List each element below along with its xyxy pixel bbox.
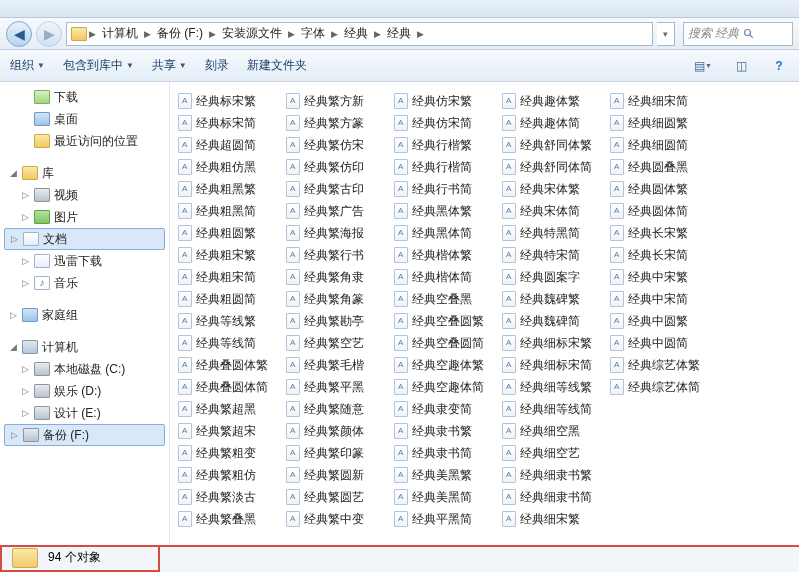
file-item[interactable]: 经典繁颜体 [284, 420, 392, 442]
file-item[interactable]: 经典标宋简 [176, 112, 284, 134]
file-item[interactable]: 经典楷体繁 [392, 244, 500, 266]
file-item[interactable]: 经典繁超宋 [176, 420, 284, 442]
sidebar-documents[interactable]: ▷文档 [4, 228, 165, 250]
file-item[interactable]: 经典粗圆繁 [176, 222, 284, 244]
file-item[interactable]: 经典中宋简 [608, 288, 716, 310]
file-item[interactable]: 经典宋体简 [500, 200, 608, 222]
file-item[interactable]: 经典繁淡古 [176, 486, 284, 508]
file-item[interactable]: 经典仿宋繁 [392, 90, 500, 112]
file-item[interactable]: 经典平黑简 [392, 508, 500, 530]
file-item[interactable]: 经典细圆简 [608, 134, 716, 156]
file-item[interactable]: 经典繁仿印 [284, 156, 392, 178]
file-item[interactable]: 经典粗宋繁 [176, 244, 284, 266]
file-item[interactable]: 经典繁方新 [284, 90, 392, 112]
breadcrumb-segment[interactable]: 安装源文件 [218, 25, 286, 42]
file-item[interactable]: 经典叠圆体繁 [176, 354, 284, 376]
preview-pane-icon[interactable]: ◫ [731, 56, 751, 76]
file-item[interactable]: 经典繁行书 [284, 244, 392, 266]
sidebar-music[interactable]: ▷♪音乐 [0, 272, 169, 294]
share-menu[interactable]: 共享▼ [152, 57, 187, 74]
file-item[interactable]: 经典圆体简 [608, 200, 716, 222]
file-item[interactable]: 经典长宋繁 [608, 222, 716, 244]
breadcrumb-segment[interactable]: 备份 (F:) [153, 25, 207, 42]
sidebar-recent[interactable]: 最近访问的位置 [0, 130, 169, 152]
file-item[interactable]: 经典魏碑繁 [500, 288, 608, 310]
file-item[interactable]: 经典繁随意 [284, 398, 392, 420]
back-button[interactable]: ◀ [6, 21, 32, 47]
file-item[interactable]: 经典粗仿黑 [176, 156, 284, 178]
file-item[interactable]: 经典繁仿宋 [284, 134, 392, 156]
file-item[interactable]: 经典圆叠黑 [608, 156, 716, 178]
file-item[interactable]: 经典繁平黑 [284, 376, 392, 398]
file-item[interactable]: 经典细空艺 [500, 442, 608, 464]
file-item[interactable]: 经典等线繁 [176, 310, 284, 332]
file-item[interactable]: 经典繁印篆 [284, 442, 392, 464]
file-item[interactable]: 经典综艺体简 [608, 376, 716, 398]
file-item[interactable]: 经典空叠黑 [392, 288, 500, 310]
file-item[interactable]: 经典美黑简 [392, 486, 500, 508]
file-item[interactable]: 经典超圆简 [176, 134, 284, 156]
file-item[interactable]: 经典魏碑简 [500, 310, 608, 332]
file-item[interactable]: 经典长宋简 [608, 244, 716, 266]
forward-button[interactable]: ▶ [36, 21, 62, 47]
search-input[interactable]: 搜索 经典 [683, 22, 793, 46]
file-item[interactable]: 经典繁毛楷 [284, 354, 392, 376]
file-item[interactable]: 经典繁方篆 [284, 112, 392, 134]
file-item[interactable]: 经典粗黑简 [176, 200, 284, 222]
sidebar-drive-e[interactable]: ▷设计 (E:) [0, 402, 169, 424]
file-item[interactable]: 经典行楷简 [392, 156, 500, 178]
file-item[interactable]: 经典标宋繁 [176, 90, 284, 112]
file-item[interactable]: 经典空趣体简 [392, 376, 500, 398]
file-item[interactable]: 经典细空黑 [500, 420, 608, 442]
file-item[interactable]: 经典美黑繁 [392, 464, 500, 486]
sidebar-drive-c[interactable]: ▷本地磁盘 (C:) [0, 358, 169, 380]
file-item[interactable]: 经典细标宋简 [500, 354, 608, 376]
sidebar-homegroup[interactable]: ▷家庭组 [0, 304, 169, 326]
file-item[interactable]: 经典繁空艺 [284, 332, 392, 354]
breadcrumb-dropdown[interactable]: ▾ [657, 22, 675, 46]
file-item[interactable]: 经典趣体简 [500, 112, 608, 134]
file-item[interactable]: 经典繁角篆 [284, 288, 392, 310]
file-item[interactable]: 经典中宋繁 [608, 266, 716, 288]
sidebar-computer[interactable]: ◢计算机 [0, 336, 169, 358]
file-item[interactable]: 经典细隶书繁 [500, 464, 608, 486]
file-item[interactable]: 经典繁中变 [284, 508, 392, 530]
file-item[interactable]: 经典黑体繁 [392, 200, 500, 222]
view-options-icon[interactable]: ▤▼ [693, 56, 713, 76]
burn-button[interactable]: 刻录 [205, 57, 229, 74]
file-item[interactable]: 经典空叠圆繁 [392, 310, 500, 332]
sidebar-drive-d[interactable]: ▷娱乐 (D:) [0, 380, 169, 402]
file-item[interactable]: 经典细标宋繁 [500, 332, 608, 354]
sidebar-libraries[interactable]: ◢库 [0, 162, 169, 184]
file-item[interactable]: 经典繁勘亭 [284, 310, 392, 332]
breadcrumb-segment[interactable]: 经典 [340, 25, 372, 42]
file-item[interactable]: 经典繁海报 [284, 222, 392, 244]
file-item[interactable]: 经典行楷繁 [392, 134, 500, 156]
file-item[interactable]: 经典隶书简 [392, 442, 500, 464]
file-item[interactable]: 经典粗宋简 [176, 266, 284, 288]
file-item[interactable]: 经典粗圆简 [176, 288, 284, 310]
sidebar-thunder[interactable]: ▷迅雷下载 [0, 250, 169, 272]
file-item[interactable]: 经典繁圆艺 [284, 486, 392, 508]
file-item[interactable]: 经典宋体繁 [500, 178, 608, 200]
file-item[interactable]: 经典中圆简 [608, 332, 716, 354]
sidebar-desktop[interactable]: 桌面 [0, 108, 169, 130]
breadcrumb-segment[interactable]: 计算机 [98, 25, 142, 42]
file-item[interactable]: 经典繁粗仿 [176, 464, 284, 486]
file-item[interactable]: 经典圆案字 [500, 266, 608, 288]
file-item[interactable]: 经典细圆繁 [608, 112, 716, 134]
include-menu[interactable]: 包含到库中▼ [63, 57, 134, 74]
breadcrumb-segment[interactable]: 字体 [297, 25, 329, 42]
file-item[interactable]: 经典特宋简 [500, 244, 608, 266]
organize-menu[interactable]: 组织▼ [10, 57, 45, 74]
file-item[interactable]: 经典细宋简 [608, 90, 716, 112]
help-icon[interactable]: ? [769, 56, 789, 76]
file-item[interactable]: 经典楷体简 [392, 266, 500, 288]
file-item[interactable]: 经典圆体繁 [608, 178, 716, 200]
file-item[interactable]: 经典舒同体简 [500, 156, 608, 178]
file-item[interactable]: 经典等线简 [176, 332, 284, 354]
file-item[interactable]: 经典特黑简 [500, 222, 608, 244]
sidebar-video[interactable]: ▷视频 [0, 184, 169, 206]
file-item[interactable]: 经典繁圆新 [284, 464, 392, 486]
file-item[interactable]: 经典繁广告 [284, 200, 392, 222]
